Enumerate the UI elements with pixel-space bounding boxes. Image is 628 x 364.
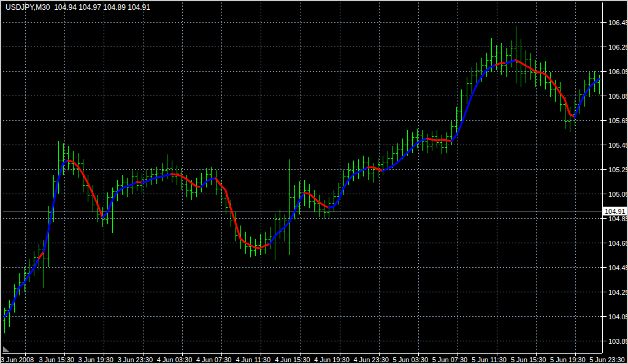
x-axis-label: 5 Jun 23:30: [589, 356, 625, 363]
x-axis-label: 5 Jun 03:30: [393, 356, 429, 363]
ohlc-bar[interactable]: [323, 200, 326, 219]
y-axis-label: 104.65: [608, 240, 628, 247]
ma-line-down: [39, 252, 44, 259]
ohlc-bar[interactable]: [426, 134, 429, 153]
ohlc-bar[interactable]: [529, 53, 533, 80]
ohlc-bars: [3, 26, 602, 333]
x-axis-label: 4 Jun 03:30: [157, 356, 193, 363]
y-axis-label: 104.45: [608, 264, 628, 271]
ohlc-bar[interactable]: [381, 156, 385, 175]
ohlc-bar[interactable]: [288, 159, 292, 255]
ohlc-bar[interactable]: [588, 72, 592, 97]
y-axis-label: 104.85: [608, 215, 628, 222]
ohlc-bar[interactable]: [150, 168, 154, 185]
ohlc-bar[interactable]: [161, 163, 164, 181]
ohlc-bar[interactable]: [259, 234, 262, 255]
ohlc-bar[interactable]: [598, 75, 602, 94]
ma-line-up: [201, 178, 216, 187]
x-axis-label: 3 Jun 19:30: [78, 356, 114, 363]
y-axis-label: 106.45: [608, 19, 628, 26]
ohlc-bar[interactable]: [145, 169, 149, 188]
ohlc-bar[interactable]: [559, 82, 562, 112]
x-axis-label: 3 Jun 2008: [1, 356, 34, 363]
x-axis-label: 3 Jun 23:30: [118, 356, 153, 363]
ohlc-bar[interactable]: [539, 63, 543, 86]
ohlc-bar[interactable]: [3, 308, 7, 333]
ohlc-bar[interactable]: [440, 135, 444, 154]
price-chart[interactable]: 106.45106.25106.05105.85105.65105.45105.…: [1, 1, 628, 364]
ma-line-down: [496, 63, 506, 65]
ohlc-bar[interactable]: [460, 89, 464, 121]
ohlc-bar[interactable]: [485, 53, 489, 77]
ma-line-down: [304, 193, 329, 208]
ohlc-bar[interactable]: [357, 159, 361, 179]
ohlc-bar[interactable]: [111, 188, 115, 233]
chart-window: USDJPY,M30 104.94 104.97 104.89 104.91 1…: [0, 0, 628, 364]
chart-title-quote: USDJPY,M30 104.94 104.97 104.89 104.91: [6, 3, 150, 12]
ohlc-bar[interactable]: [510, 40, 513, 67]
ohlc-bar[interactable]: [534, 60, 538, 87]
y-axis-label: 103.85: [608, 338, 628, 345]
y-axis-label: 106.05: [608, 68, 628, 75]
y-axis-label: 105.85: [608, 93, 628, 100]
ohlc-bar[interactable]: [67, 146, 71, 170]
ohlc-bar[interactable]: [131, 170, 134, 194]
x-axis-label: 4 Jun 23:30: [353, 356, 389, 363]
ma-line-down: [216, 178, 270, 248]
y-axis-label: 106.25: [608, 44, 628, 51]
ohlc-bar[interactable]: [180, 168, 184, 190]
scroll-corner-triangle: [3, 346, 10, 352]
y-axis-label: 105.05: [608, 191, 628, 198]
ohlc-bar[interactable]: [352, 161, 356, 181]
plot-area[interactable]: [3, 2, 603, 353]
ma-line-up: [506, 60, 516, 63]
x-axis-label: 5 Jun 19:30: [550, 356, 586, 363]
ohlc-bar[interactable]: [445, 132, 449, 153]
x-axis-label: 4 Jun 15:30: [275, 356, 310, 363]
x-axis-label: 3 Jun 15:30: [39, 356, 74, 363]
ma-line-up: [575, 79, 599, 117]
x-axis-label: 5 Jun 11:30: [472, 356, 507, 363]
ohlc-bar[interactable]: [435, 130, 439, 148]
ohlc-bar[interactable]: [269, 227, 272, 249]
ohlc-bar[interactable]: [549, 72, 553, 97]
ohlc-bar[interactable]: [313, 190, 316, 212]
y-axis-label: 105.65: [608, 117, 628, 124]
ma-line-down: [516, 60, 575, 117]
y-axis-label: 104.05: [608, 313, 628, 320]
ohlc-bar[interactable]: [318, 195, 321, 217]
ohlc-bar[interactable]: [278, 210, 282, 239]
ohlc-bar[interactable]: [200, 173, 204, 192]
y-axis-label: 105.25: [608, 166, 628, 173]
ohlc-bar[interactable]: [515, 26, 518, 83]
ohlc-bar[interactable]: [431, 131, 434, 151]
ohlc-bar[interactable]: [372, 163, 375, 183]
y-axis-label: 104.25: [608, 289, 628, 296]
ohlc-bar[interactable]: [205, 168, 209, 188]
current-price-label: 104.91: [605, 208, 626, 215]
ma-line-down: [427, 138, 451, 141]
ohlc-bar[interactable]: [155, 167, 159, 184]
ma-line-up: [383, 138, 427, 171]
ohlc-bar[interactable]: [170, 161, 174, 183]
x-axis-label: 4 Jun 07:30: [196, 356, 232, 363]
x-axis-label: 4 Jun 11:30: [236, 356, 270, 363]
ohlc-bar[interactable]: [362, 156, 366, 176]
ma-line-up: [452, 65, 496, 141]
x-axis-label: 5 Jun 07:30: [432, 356, 468, 363]
x-axis-label: 5 Jun 15:30: [511, 356, 546, 363]
ohlc-bar[interactable]: [121, 175, 124, 195]
x-axis-label: 4 Jun 19:30: [314, 356, 350, 363]
ohlc-bar[interactable]: [215, 170, 218, 195]
y-axis-label: 105.45: [608, 142, 628, 149]
ohlc-bar[interactable]: [465, 77, 469, 104]
ohlc-bar[interactable]: [500, 43, 504, 75]
ohlc-bar[interactable]: [332, 190, 336, 212]
ohlc-bar[interactable]: [195, 178, 199, 197]
